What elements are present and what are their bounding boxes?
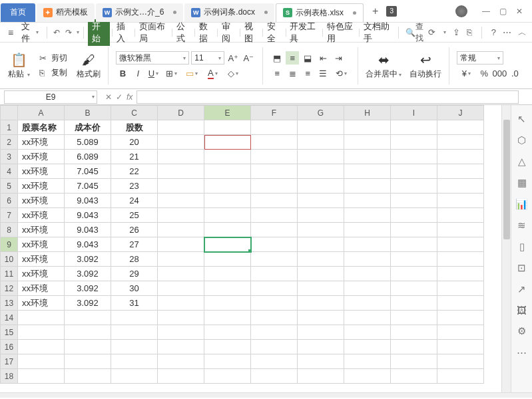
cell[interactable] bbox=[158, 237, 204, 252]
decrease-decimal-icon[interactable]: .0 bbox=[508, 66, 521, 80]
cell[interactable] bbox=[344, 267, 391, 281]
cell[interactable] bbox=[251, 296, 298, 311]
cell[interactable] bbox=[251, 252, 298, 267]
cell[interactable] bbox=[251, 150, 298, 164]
share-icon[interactable]: ⇪ bbox=[453, 27, 460, 37]
cell[interactable]: 27 bbox=[111, 237, 158, 252]
cell[interactable] bbox=[437, 311, 484, 325]
cell[interactable] bbox=[298, 208, 344, 223]
cell[interactable]: xx环境 bbox=[18, 237, 65, 252]
cell[interactable] bbox=[18, 340, 65, 354]
cell[interactable] bbox=[344, 150, 391, 164]
cell[interactable]: 22 bbox=[111, 164, 158, 179]
cell[interactable]: 30 bbox=[111, 281, 158, 296]
copy-button[interactable]: ⎘复制 bbox=[38, 66, 69, 79]
cell[interactable] bbox=[251, 194, 298, 208]
cancel-formula-icon[interactable]: ✕ bbox=[105, 92, 112, 102]
cell[interactable] bbox=[251, 135, 298, 150]
font-color-button[interactable]: A▾ bbox=[203, 66, 222, 80]
cell[interactable] bbox=[158, 135, 204, 150]
indent-increase-icon[interactable]: ⇥ bbox=[332, 51, 345, 65]
menu-tab[interactable]: 特色应用 bbox=[325, 19, 358, 46]
cell[interactable] bbox=[391, 267, 437, 281]
more-tools-icon[interactable]: ⋯ bbox=[517, 346, 527, 358]
cell[interactable] bbox=[204, 135, 251, 150]
cell[interactable]: 股票名称 bbox=[18, 120, 65, 135]
select-all-corner[interactable] bbox=[1, 106, 18, 120]
select-icon[interactable]: ⬡ bbox=[517, 134, 526, 146]
cell[interactable] bbox=[204, 164, 251, 179]
wrap-text-button[interactable]: ↩自动换行 bbox=[407, 50, 444, 81]
cell[interactable] bbox=[344, 135, 391, 150]
close-button[interactable]: ✕ bbox=[516, 7, 523, 16]
redo-button[interactable]: ↷ bbox=[63, 28, 74, 37]
cell[interactable] bbox=[344, 296, 391, 311]
confirm-formula-icon[interactable]: ✓ bbox=[116, 92, 123, 102]
minimize-button[interactable]: — bbox=[482, 7, 490, 16]
search-button[interactable]: 🔍 查找 bbox=[405, 21, 427, 44]
cell[interactable] bbox=[65, 369, 111, 384]
cell[interactable] bbox=[204, 354, 251, 369]
cell[interactable] bbox=[344, 179, 391, 194]
row-header[interactable]: 3 bbox=[1, 150, 18, 164]
cell[interactable] bbox=[344, 120, 391, 135]
cell[interactable] bbox=[111, 325, 158, 340]
cell[interactable] bbox=[204, 325, 251, 340]
cell[interactable]: 9.043 bbox=[65, 208, 111, 223]
cell[interactable] bbox=[391, 135, 437, 150]
cell[interactable] bbox=[251, 369, 298, 384]
cell[interactable] bbox=[18, 369, 65, 384]
percent-icon[interactable]: % bbox=[477, 66, 491, 80]
cell[interactable] bbox=[344, 194, 391, 208]
cell[interactable]: xx环境 bbox=[18, 194, 65, 208]
document-tab[interactable]: W示例文…介_6 bbox=[96, 3, 183, 22]
cell[interactable] bbox=[437, 150, 484, 164]
cell[interactable]: xx环境 bbox=[18, 252, 65, 267]
col-header[interactable]: G bbox=[298, 106, 344, 120]
cell[interactable] bbox=[158, 208, 204, 223]
user-avatar[interactable] bbox=[455, 5, 467, 17]
cell[interactable]: 3.092 bbox=[65, 252, 111, 267]
currency-icon[interactable]: ¥▾ bbox=[457, 66, 475, 80]
row-header[interactable]: 8 bbox=[1, 223, 18, 237]
cell[interactable] bbox=[391, 208, 437, 223]
cell[interactable] bbox=[158, 164, 204, 179]
cell[interactable]: 6.089 bbox=[65, 150, 111, 164]
cell[interactable] bbox=[437, 179, 484, 194]
cell[interactable] bbox=[111, 354, 158, 369]
row-header[interactable]: 14 bbox=[1, 311, 18, 325]
cell[interactable] bbox=[298, 267, 344, 281]
cell[interactable] bbox=[251, 354, 298, 369]
menu-tab[interactable]: 开始 bbox=[88, 19, 110, 46]
increase-font-icon[interactable]: A⁺ bbox=[226, 51, 240, 65]
underline-button[interactable]: U▾ bbox=[146, 66, 160, 80]
paste-button[interactable]: 📋粘贴 ▾ bbox=[5, 50, 33, 81]
row-header[interactable]: 16 bbox=[1, 340, 18, 354]
cell[interactable] bbox=[158, 311, 204, 325]
row-header[interactable]: 6 bbox=[1, 194, 18, 208]
cell[interactable] bbox=[251, 267, 298, 281]
cell[interactable] bbox=[298, 179, 344, 194]
font-family-select[interactable]: 微软雅黑▾ bbox=[116, 51, 189, 65]
border-button[interactable]: ⊞▾ bbox=[162, 66, 180, 80]
cell[interactable] bbox=[437, 223, 484, 237]
format-painter-button[interactable]: 🖌格式刷 bbox=[74, 50, 103, 81]
spreadsheet[interactable]: ABCDEFGHIJ1股票名称成本价股数2xx环境5.089203xx环境6.0… bbox=[0, 105, 501, 392]
cell[interactable]: 9.043 bbox=[65, 237, 111, 252]
cell[interactable] bbox=[298, 223, 344, 237]
row-header[interactable]: 2 bbox=[1, 135, 18, 150]
export-icon[interactable]: ⎘ bbox=[467, 27, 472, 37]
cell[interactable]: 21 bbox=[111, 150, 158, 164]
cell[interactable] bbox=[437, 237, 484, 252]
row-header[interactable]: 1 bbox=[1, 120, 18, 135]
cell[interactable] bbox=[298, 354, 344, 369]
cell[interactable]: 25 bbox=[111, 208, 158, 223]
cell[interactable] bbox=[298, 164, 344, 179]
col-header[interactable]: C bbox=[111, 106, 158, 120]
cell[interactable] bbox=[437, 194, 484, 208]
cell[interactable] bbox=[344, 237, 391, 252]
image-icon[interactable]: 🖼 bbox=[517, 305, 527, 316]
cell[interactable] bbox=[391, 325, 437, 340]
cell[interactable] bbox=[437, 369, 484, 384]
cell[interactable]: xx环境 bbox=[18, 208, 65, 223]
